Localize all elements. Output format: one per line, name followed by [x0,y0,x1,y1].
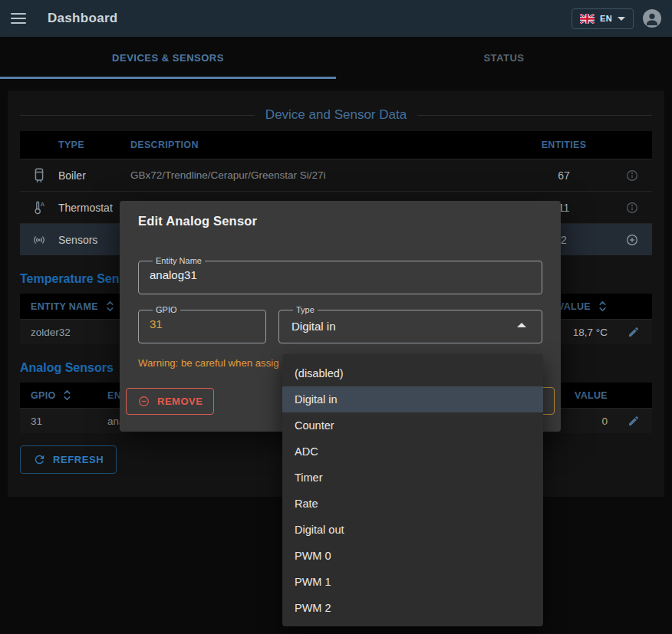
thermostat-icon: A [20,199,58,216]
uk-flag-icon [580,14,595,24]
option-pwm2[interactable]: PWM 2 [282,595,543,621]
svg-text:A: A [41,200,45,207]
gpio-value[interactable]: 31 [148,314,256,330]
sort-icon [105,301,115,312]
option-digital-in[interactable]: Digital in [282,386,543,412]
remove-button[interactable]: REMOVE [126,388,214,415]
boiler-icon [20,167,58,184]
option-pwm1[interactable]: PWM 1 [282,569,543,595]
tab-devices-sensors[interactable]: DEVICES & SENSORS [0,37,336,79]
sort-gpio[interactable]: GPIO [31,389,107,401]
page-title: Dashboard [48,11,118,26]
option-rate[interactable]: Rate [282,491,543,517]
info-icon[interactable] [612,169,652,182]
option-disabled[interactable]: (disabled) [282,360,543,386]
gpio-label: GPIO [153,305,180,314]
gpio-number: 31 [31,416,107,427]
app-bar: Dashboard EN [0,0,672,37]
page: Dashboard EN [0,0,672,634]
remove-circle-icon [137,395,150,408]
menu-icon[interactable] [11,10,26,27]
language-selector[interactable]: EN [572,8,634,29]
device-table-header: TYPE DESCRIPTION ENTITIES [20,131,652,159]
gpio-field[interactable]: GPIO 31 [138,305,266,343]
device-entities: 67 [516,169,612,182]
col-description: DESCRIPTION [130,140,516,150]
option-timer[interactable]: Timer [282,465,543,491]
edit-pencil-icon[interactable] [608,415,641,427]
tab-status[interactable]: STATUS [336,37,672,79]
device-description: GBx72/Trendline/Cerapur/Greenstar Si/27i [130,169,516,181]
refresh-icon [33,453,46,466]
entity-name-field[interactable]: Entity Name analog31 [138,256,542,294]
chevron-down-icon [618,17,625,21]
dialog-title: Edit Analog Sensor [138,201,542,228]
col-entities: ENTITIES [516,140,612,150]
type-value: Digital in [290,317,338,333]
type-dropdown-menu: (disabled) Digital in Counter ADC Timer … [282,354,543,626]
table-row-boiler[interactable]: Boiler GBx72/Trendline/Cerapur/Greenstar… [20,159,652,191]
device-type: Boiler [58,169,130,182]
chevron-up-icon [517,323,526,327]
info-icon[interactable] [612,201,652,215]
type-select[interactable]: Type Digital in [278,305,542,343]
entity-name-value[interactable]: analog31 [148,265,532,281]
add-entity-icon[interactable] [612,233,652,247]
option-pwm0[interactable]: PWM 0 [282,543,543,569]
col-type: TYPE [58,140,130,150]
sort-value[interactable]: VALUE [558,301,608,312]
language-label: EN [600,14,612,23]
option-digital-out[interactable]: Digital out [282,517,543,543]
entity-name-label: Entity Name [153,256,205,265]
sort-icon [598,301,608,312]
edit-pencil-icon[interactable] [608,326,641,338]
sort-icon [62,389,72,401]
refresh-button[interactable]: REFRESH [20,445,117,474]
col-value: VALUE [575,390,608,401]
sensors-icon [20,232,58,248]
option-counter[interactable]: Counter [282,412,543,439]
type-label: Type [293,305,318,314]
option-adc[interactable]: ADC [282,439,543,465]
account-avatar-icon[interactable] [643,9,661,28]
section-title: Device and Sensor Data [20,90,652,123]
tab-bar: DEVICES & SENSORS STATUS [0,37,672,79]
